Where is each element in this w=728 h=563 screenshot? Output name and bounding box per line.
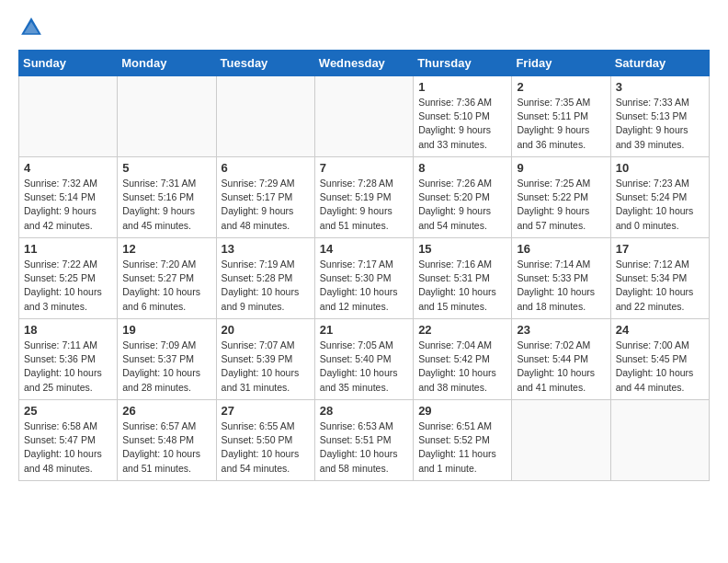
calendar-cell <box>216 76 314 157</box>
day-header-thursday: Thursday <box>414 51 512 76</box>
calendar-cell: 25Sunrise: 6:58 AM Sunset: 5:47 PM Dayli… <box>19 400 118 481</box>
calendar-cell: 5Sunrise: 7:31 AM Sunset: 5:16 PM Daylig… <box>118 157 216 238</box>
day-detail: Sunrise: 7:05 AM Sunset: 5:40 PM Dayligh… <box>320 339 408 395</box>
day-detail: Sunrise: 7:33 AM Sunset: 5:13 PM Dayligh… <box>616 96 704 152</box>
day-detail: Sunrise: 7:29 AM Sunset: 5:17 PM Dayligh… <box>222 177 310 233</box>
calendar-cell: 20Sunrise: 7:07 AM Sunset: 5:39 PM Dayli… <box>216 319 314 400</box>
day-detail: Sunrise: 7:35 AM Sunset: 5:11 PM Dayligh… <box>517 96 605 152</box>
day-number: 15 <box>418 242 506 256</box>
day-number: 16 <box>517 242 605 256</box>
calendar-week-2: 4Sunrise: 7:32 AM Sunset: 5:14 PM Daylig… <box>19 157 710 238</box>
calendar-week-1: 1Sunrise: 7:36 AM Sunset: 5:10 PM Daylig… <box>19 76 710 157</box>
day-number: 6 <box>222 161 310 175</box>
calendar-cell: 2Sunrise: 7:35 AM Sunset: 5:11 PM Daylig… <box>512 76 610 157</box>
calendar-cell: 9Sunrise: 7:25 AM Sunset: 5:22 PM Daylig… <box>512 157 610 238</box>
calendar-cell: 3Sunrise: 7:33 AM Sunset: 5:13 PM Daylig… <box>610 76 709 157</box>
calendar-cell: 15Sunrise: 7:16 AM Sunset: 5:31 PM Dayli… <box>414 238 512 319</box>
day-number: 5 <box>122 161 210 175</box>
calendar-cell: 19Sunrise: 7:09 AM Sunset: 5:37 PM Dayli… <box>118 319 216 400</box>
day-number: 26 <box>122 404 210 418</box>
day-detail: Sunrise: 7:19 AM Sunset: 5:28 PM Dayligh… <box>222 258 310 314</box>
day-number: 24 <box>616 323 704 337</box>
calendar-cell: 1Sunrise: 7:36 AM Sunset: 5:10 PM Daylig… <box>414 76 512 157</box>
day-number: 8 <box>418 161 506 175</box>
calendar-cell: 24Sunrise: 7:00 AM Sunset: 5:45 PM Dayli… <box>610 319 709 400</box>
day-number: 29 <box>418 404 506 418</box>
day-number: 7 <box>320 161 408 175</box>
calendar-cell: 28Sunrise: 6:53 AM Sunset: 5:51 PM Dayli… <box>314 400 413 481</box>
day-detail: Sunrise: 7:36 AM Sunset: 5:10 PM Dayligh… <box>418 96 506 152</box>
day-number: 2 <box>517 80 605 94</box>
day-number: 11 <box>24 242 112 256</box>
calendar-cell: 4Sunrise: 7:32 AM Sunset: 5:14 PM Daylig… <box>19 157 118 238</box>
day-number: 3 <box>616 80 704 94</box>
day-detail: Sunrise: 7:00 AM Sunset: 5:45 PM Dayligh… <box>616 339 704 395</box>
day-header-monday: Monday <box>118 51 216 76</box>
day-detail: Sunrise: 6:51 AM Sunset: 5:52 PM Dayligh… <box>418 419 506 476</box>
day-number: 9 <box>517 161 605 175</box>
day-number: 14 <box>320 242 408 256</box>
day-detail: Sunrise: 7:31 AM Sunset: 5:16 PM Dayligh… <box>122 177 210 233</box>
calendar-cell: 17Sunrise: 7:12 AM Sunset: 5:34 PM Dayli… <box>610 238 709 319</box>
calendar-cell: 21Sunrise: 7:05 AM Sunset: 5:40 PM Dayli… <box>314 319 413 400</box>
day-number: 25 <box>24 404 112 418</box>
day-detail: Sunrise: 7:26 AM Sunset: 5:20 PM Dayligh… <box>418 177 506 233</box>
day-number: 28 <box>320 404 408 418</box>
logo <box>18 15 48 40</box>
calendar-cell: 16Sunrise: 7:14 AM Sunset: 5:33 PM Dayli… <box>512 238 610 319</box>
day-detail: Sunrise: 7:28 AM Sunset: 5:19 PM Dayligh… <box>320 177 408 233</box>
day-number: 10 <box>616 161 704 175</box>
calendar-cell: 26Sunrise: 6:57 AM Sunset: 5:48 PM Dayli… <box>118 400 216 481</box>
day-number: 19 <box>122 323 210 337</box>
day-detail: Sunrise: 7:04 AM Sunset: 5:42 PM Dayligh… <box>418 339 506 395</box>
day-header-sunday: Sunday <box>19 51 118 76</box>
day-detail: Sunrise: 6:55 AM Sunset: 5:50 PM Dayligh… <box>222 419 310 476</box>
calendar-cell: 27Sunrise: 6:55 AM Sunset: 5:50 PM Dayli… <box>216 400 314 481</box>
calendar-table: SundayMondayTuesdayWednesdayThursdayFrid… <box>18 50 710 481</box>
day-number: 1 <box>418 80 506 94</box>
day-detail: Sunrise: 6:53 AM Sunset: 5:51 PM Dayligh… <box>320 419 408 476</box>
day-header-saturday: Saturday <box>610 51 709 76</box>
calendar-cell: 29Sunrise: 6:51 AM Sunset: 5:52 PM Dayli… <box>414 400 512 481</box>
day-header-tuesday: Tuesday <box>216 51 314 76</box>
day-number: 27 <box>222 404 310 418</box>
calendar-cell: 13Sunrise: 7:19 AM Sunset: 5:28 PM Dayli… <box>216 238 314 319</box>
day-number: 23 <box>517 323 605 337</box>
day-number: 18 <box>24 323 112 337</box>
calendar-cell: 6Sunrise: 7:29 AM Sunset: 5:17 PM Daylig… <box>216 157 314 238</box>
calendar-cell: 23Sunrise: 7:02 AM Sunset: 5:44 PM Dayli… <box>512 319 610 400</box>
calendar-cell: 12Sunrise: 7:20 AM Sunset: 5:27 PM Dayli… <box>118 238 216 319</box>
calendar-cell: 8Sunrise: 7:26 AM Sunset: 5:20 PM Daylig… <box>414 157 512 238</box>
calendar-cell <box>314 76 413 157</box>
day-detail: Sunrise: 6:58 AM Sunset: 5:47 PM Dayligh… <box>24 419 112 476</box>
calendar-cell <box>19 76 118 157</box>
calendar-cell: 18Sunrise: 7:11 AM Sunset: 5:36 PM Dayli… <box>19 319 118 400</box>
day-detail: Sunrise: 6:57 AM Sunset: 5:48 PM Dayligh… <box>122 419 210 476</box>
day-detail: Sunrise: 7:14 AM Sunset: 5:33 PM Dayligh… <box>517 258 605 314</box>
day-number: 4 <box>24 161 112 175</box>
day-number: 17 <box>616 242 704 256</box>
day-detail: Sunrise: 7:16 AM Sunset: 5:31 PM Dayligh… <box>418 258 506 314</box>
calendar-cell <box>610 400 709 481</box>
day-header-wednesday: Wednesday <box>314 51 413 76</box>
day-detail: Sunrise: 7:07 AM Sunset: 5:39 PM Dayligh… <box>222 339 310 395</box>
calendar-cell: 22Sunrise: 7:04 AM Sunset: 5:42 PM Dayli… <box>414 319 512 400</box>
calendar-cell: 7Sunrise: 7:28 AM Sunset: 5:19 PM Daylig… <box>314 157 413 238</box>
day-detail: Sunrise: 7:22 AM Sunset: 5:25 PM Dayligh… <box>24 258 112 314</box>
day-detail: Sunrise: 7:11 AM Sunset: 5:36 PM Dayligh… <box>24 339 112 395</box>
page-header <box>18 15 710 40</box>
calendar-cell <box>118 76 216 157</box>
day-number: 12 <box>122 242 210 256</box>
day-detail: Sunrise: 7:20 AM Sunset: 5:27 PM Dayligh… <box>122 258 210 314</box>
day-detail: Sunrise: 7:02 AM Sunset: 5:44 PM Dayligh… <box>517 339 605 395</box>
day-number: 21 <box>320 323 408 337</box>
day-detail: Sunrise: 7:32 AM Sunset: 5:14 PM Dayligh… <box>24 177 112 233</box>
day-detail: Sunrise: 7:12 AM Sunset: 5:34 PM Dayligh… <box>616 258 704 314</box>
day-detail: Sunrise: 7:17 AM Sunset: 5:30 PM Dayligh… <box>320 258 408 314</box>
calendar-cell: 14Sunrise: 7:17 AM Sunset: 5:30 PM Dayli… <box>314 238 413 319</box>
day-number: 13 <box>222 242 310 256</box>
calendar-header-row: SundayMondayTuesdayWednesdayThursdayFrid… <box>19 51 710 76</box>
day-number: 22 <box>418 323 506 337</box>
calendar-week-5: 25Sunrise: 6:58 AM Sunset: 5:47 PM Dayli… <box>19 400 710 481</box>
day-detail: Sunrise: 7:23 AM Sunset: 5:24 PM Dayligh… <box>616 177 704 233</box>
